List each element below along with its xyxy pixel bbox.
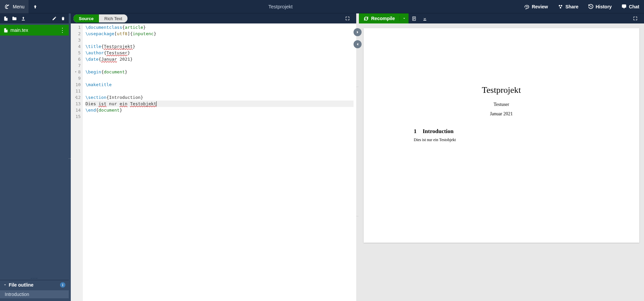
pdf-section-heading: 1Introduction: [414, 128, 620, 135]
history-button[interactable]: History: [583, 0, 616, 13]
review-label: Review: [532, 4, 548, 9]
topbar-right: Ab Review Share History Chat: [519, 0, 644, 13]
svg-point-1: [558, 5, 560, 6]
file-tree-sidebar: main.tex ⋮ •••• File outline i Introduct…: [0, 13, 69, 301]
editor-mode-toggle: Source Rich Text: [73, 14, 127, 22]
line-number-gutter: 123456789101112131415: [71, 23, 83, 301]
file-tree: main.tex ⋮: [0, 23, 69, 277]
file-name: main.tex: [10, 27, 28, 33]
file-outline-panel: File outline i Introduction: [0, 280, 69, 301]
overleaf-logo-icon: [4, 4, 10, 10]
file-tree-toolbar: [0, 13, 69, 23]
svg-rect-4: [22, 20, 25, 20]
rename-button[interactable]: [51, 13, 58, 23]
outline-item-introduction[interactable]: Introduction: [0, 290, 69, 298]
file-outline-label: File outline: [9, 282, 34, 288]
pdf-date: Januar 2021: [384, 111, 620, 117]
chat-label: Chat: [629, 4, 639, 9]
sync-to-pdf-button[interactable]: [354, 28, 362, 36]
pdf-viewer[interactable]: Testprojekt Testuser Januar 2021 1Introd…: [359, 23, 644, 297]
file-icon: [3, 28, 8, 33]
upload-button[interactable]: [19, 13, 27, 23]
editor-pdf-splitter[interactable]: ⋮ ⋮: [356, 13, 359, 301]
download-pdf-button[interactable]: [419, 13, 430, 23]
chat-button[interactable]: Chat: [616, 0, 644, 13]
new-folder-button[interactable]: [11, 13, 18, 23]
code-editor[interactable]: 123456789101112131415 \documentclass{art…: [71, 23, 356, 301]
up-arrow-icon: [33, 4, 38, 9]
main-area: main.tex ⋮ •••• File outline i Introduct…: [0, 13, 644, 301]
recompile-label: Recompile: [371, 16, 395, 21]
file-outline-body: Introduction: [0, 290, 69, 301]
topbar-left: Menu: [0, 0, 42, 13]
share-label: Share: [566, 4, 579, 9]
editor-toolbar: Source Rich Text: [71, 13, 356, 23]
sync-to-code-button[interactable]: [354, 40, 362, 48]
sidebar-resize-handle[interactable]: ••••: [0, 277, 69, 280]
code-body[interactable]: \documentclass{article}\usepackage[utf8]…: [83, 23, 356, 301]
share-button[interactable]: Share: [553, 0, 583, 13]
refresh-icon: [364, 16, 369, 21]
richtext-mode-button[interactable]: Rich Text: [99, 14, 127, 22]
file-tree-item-main-tex[interactable]: main.tex ⋮: [0, 25, 69, 36]
review-button[interactable]: Ab Review: [519, 0, 552, 13]
history-label: History: [596, 4, 612, 9]
back-to-projects-button[interactable]: [29, 0, 42, 13]
share-icon: [557, 4, 564, 10]
pdf-toolbar: Recompile: [359, 13, 644, 23]
menu-label: Menu: [13, 4, 24, 9]
svg-text:Ab: Ab: [526, 5, 528, 7]
info-icon[interactable]: i: [60, 282, 65, 288]
recompile-dropdown-button[interactable]: [400, 17, 409, 20]
view-logs-button[interactable]: [409, 13, 419, 23]
delete-button[interactable]: [59, 13, 67, 23]
recompile-group: Recompile: [359, 13, 409, 23]
svg-point-2: [560, 5, 562, 6]
pdf-panel: Recompile Testp: [359, 13, 644, 301]
topbar: Menu Testprojekt Ab Review Share History: [0, 0, 644, 13]
chevron-down-icon: [3, 283, 7, 287]
pdf-body: Dies ist nur ein Testobjekt: [414, 137, 620, 142]
source-mode-button[interactable]: Source: [73, 14, 99, 22]
pdf-scrollbar[interactable]: [359, 297, 644, 301]
pdf-title: Testprojekt: [384, 85, 620, 95]
menu-button[interactable]: Menu: [0, 0, 29, 13]
pdf-actions: [409, 13, 430, 23]
editor-panel: Source Rich Text 123456789101112131415 \…: [71, 13, 356, 301]
pdf-section-title: Introduction: [423, 128, 453, 134]
file-outline-header[interactable]: File outline i: [0, 280, 69, 290]
editor-fullwidth-button[interactable]: [345, 16, 354, 21]
pdf-author: Testuser: [384, 102, 620, 107]
pdf-page: Testprojekt Testuser Januar 2021 1Introd…: [364, 28, 640, 243]
svg-point-3: [559, 7, 561, 8]
pdf-section-number: 1: [414, 128, 417, 134]
project-title[interactable]: Testprojekt: [42, 4, 519, 9]
pdf-fullwidth-button[interactable]: [633, 16, 641, 21]
recompile-button[interactable]: Recompile: [359, 16, 400, 21]
review-icon: Ab: [524, 4, 530, 10]
chat-icon: [621, 4, 627, 9]
history-icon: [588, 4, 594, 9]
new-file-button[interactable]: [2, 13, 9, 23]
